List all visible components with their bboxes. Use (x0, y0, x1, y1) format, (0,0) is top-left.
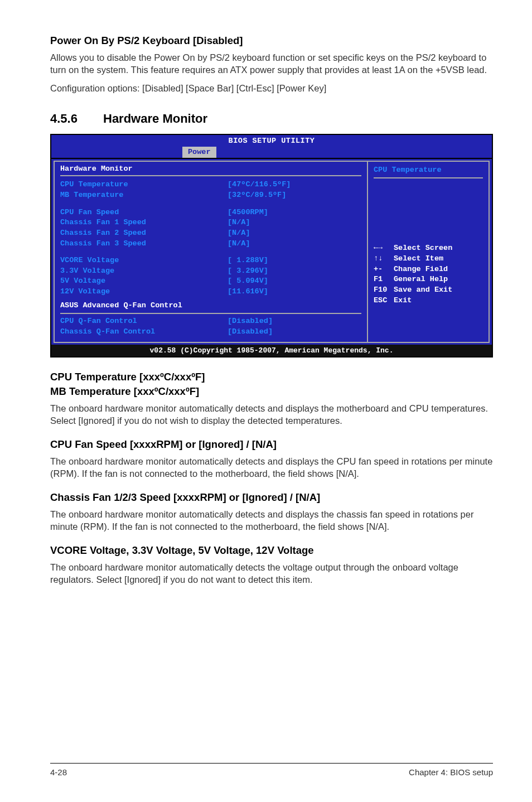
bios-tab-row: Power (51, 147, 492, 158)
row-vcore-value[interactable]: [ 1.288V] (228, 255, 268, 266)
row-mb-temp-label: MB Temperature (60, 190, 228, 201)
section-heading-hwmon: 4.5.6Hardware Monitor (50, 110, 493, 127)
chapter-title: Chapter 4: BIOS setup (409, 767, 493, 779)
bios-tab-power[interactable]: Power (182, 147, 216, 158)
bios-divider (60, 313, 361, 314)
row-chassis-qfan-value[interactable]: [Disabled] (228, 327, 273, 337)
row-cpu-temp-label: CPU Temperature (60, 180, 228, 190)
row-cpu-fan-label: CPU Fan Speed (60, 207, 228, 218)
row-chassis3-label: Chassis Fan 3 Speed (60, 239, 228, 249)
bios-body: Hardware Monitor CPU Temperature[47ºC/11… (51, 158, 492, 345)
para-vcore-desc: The onboard hardware monitor automatical… (50, 561, 493, 587)
help-context: CPU Temperature (374, 165, 483, 176)
row-mb-temp-value[interactable]: [32ºC/89.5ºF] (228, 190, 286, 201)
f1-key-icon: F1 (374, 274, 394, 285)
para-chassis-fan-desc: The onboard hardware monitor automatical… (50, 508, 493, 534)
help-select-item: Select Item (394, 254, 443, 263)
help-change-field: Change Field (394, 265, 448, 273)
row-chassis1-label: Chassis Fan 1 Speed (60, 218, 228, 228)
row-cpu-qfan-label: CPU Q-Fan Control (60, 316, 228, 327)
para-power-on-desc: Allows you to disable the Power On by PS… (50, 51, 493, 77)
heading-chassis-fan: Chassis Fan 1/2/3 Speed [xxxxRPM] or [Ig… (50, 490, 493, 505)
help-exit: Exit (394, 296, 412, 305)
help-select-screen: Select Screen (394, 244, 452, 252)
help-underline (374, 177, 483, 178)
row-cpu-fan-value[interactable]: [4500RPM] (228, 207, 268, 218)
arrows-ud-icon: ↑↓ (374, 254, 394, 264)
para-cpu-fan-desc: The onboard hardware monitor automatical… (50, 455, 493, 481)
row-chassis2-label: Chassis Fan 2 Speed (60, 228, 228, 239)
para-temp-desc: The onboard hardware monitor automatical… (50, 402, 493, 428)
bios-left-panel: Hardware Monitor CPU Temperature[47ºC/11… (54, 161, 367, 343)
row-12v-label: 12V Voltage (60, 287, 228, 297)
heading-power-on-ps2: Power On By PS/2 Keyboard [Disabled] (50, 33, 493, 48)
f10-key-icon: F10 (374, 285, 394, 296)
bios-panel-title: Hardware Monitor (60, 164, 361, 175)
section-title-text: Hardware Monitor (103, 112, 207, 125)
page-footer: 4-28 Chapter 4: BIOS setup (50, 763, 493, 779)
heading-cpu-temp: CPU Temperature [xxxºC/xxxºF] (50, 370, 493, 384)
row-chassis-qfan-label: Chassis Q-Fan Control (60, 327, 228, 337)
row-chassis1-value[interactable]: [N/A] (228, 218, 250, 228)
esc-key-icon: ESC (374, 296, 394, 306)
row-12v-value[interactable]: [11.616V] (228, 287, 268, 297)
bios-screenshot: BIOS SETUP UTILITY Power Hardware Monito… (50, 134, 493, 357)
row-cpu-temp-value[interactable]: [47ºC/116.5ºF] (228, 180, 291, 190)
row-cpu-qfan-value[interactable]: [Disabled] (228, 316, 273, 327)
row-chassis2-value[interactable]: [N/A] (228, 228, 250, 239)
para-power-on-options: Configuration options: [Disabled] [Space… (50, 82, 493, 95)
plus-minus-icon: +- (374, 264, 394, 275)
heading-mb-temp: MB Temperature [xxxºC/xxxºF] (50, 384, 493, 399)
bios-panel-underline (60, 175, 361, 176)
row-chassis3-value[interactable]: [N/A] (228, 239, 250, 249)
help-save-exit: Save and Exit (394, 286, 452, 294)
bios-footer: v02.58 (C)Copyright 1985-2007, American … (51, 345, 492, 357)
arrows-lr-icon: ←→ (374, 243, 394, 254)
row-3v3-label: 3.3V Voltage (60, 266, 228, 277)
row-3v3-value[interactable]: [ 3.296V] (228, 266, 268, 277)
row-5v-label: 5V Voltage (60, 276, 228, 287)
heading-vcore: VCORE Voltage, 3.3V Voltage, 5V Voltage,… (50, 543, 493, 558)
row-vcore-label: VCORE Voltage (60, 255, 228, 266)
row-adv-qfan-label[interactable]: ASUS Advanced Q-Fan Control (60, 301, 182, 311)
heading-cpu-fan: CPU Fan Speed [xxxxRPM] or [Ignored] / [… (50, 437, 493, 452)
help-general-help: General Help (394, 275, 448, 283)
row-5v-value[interactable]: [ 5.094V] (228, 276, 268, 287)
bios-help-panel: CPU Temperature ←→Select Screen ↑↓Select… (367, 161, 490, 343)
section-number: 4.5.6 (50, 110, 103, 127)
page-number: 4-28 (50, 767, 67, 779)
bios-title: BIOS SETUP UTILITY (51, 135, 492, 147)
